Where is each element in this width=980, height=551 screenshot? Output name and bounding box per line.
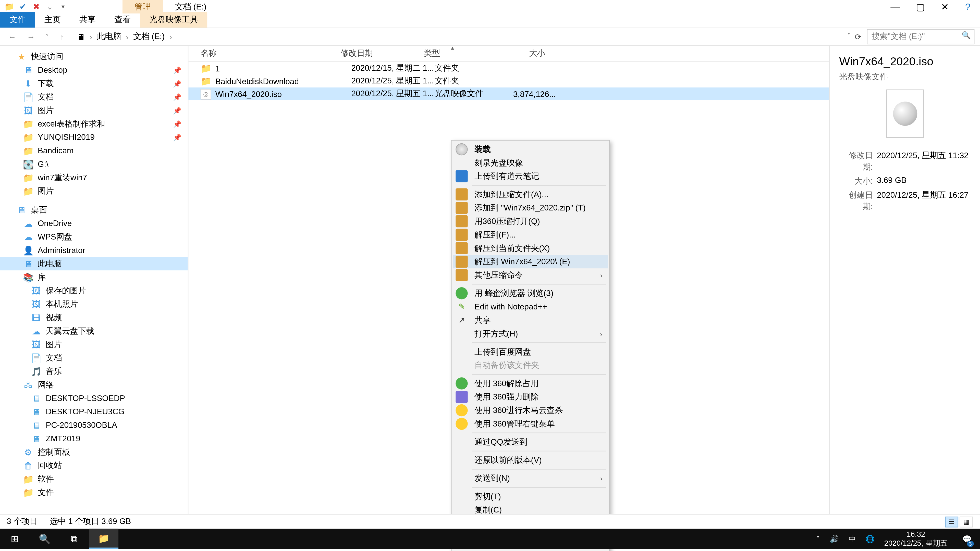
context-menu-item[interactable]: 添加到压缩文件(A)... — [453, 188, 608, 201]
sidebar-item[interactable]: 🖧网络 — [0, 378, 188, 392]
file-row[interactable]: 📁12020/12/15, 星期二 1...文件夹 — [188, 62, 829, 75]
context-menu-item[interactable]: 上传到有道云笔记 — [453, 170, 608, 183]
context-menu-item[interactable]: 添加到 "Win7x64_2020.zip" (T) — [453, 201, 608, 214]
view-icons-button[interactable]: ▦ — [959, 516, 973, 527]
sidebar-item[interactable]: 🖥DESKTOP-NJEU3CG — [0, 405, 188, 418]
tab-share[interactable]: 共享 — [70, 12, 105, 27]
sidebar-item[interactable]: ★快速访问 — [0, 50, 188, 63]
file-row[interactable]: 📁BaiduNetdiskDownload2020/12/25, 星期五 1..… — [188, 75, 829, 87]
file-row[interactable]: ◎Win7x64_2020.iso2020/12/25, 星期五 1...光盘映… — [188, 87, 829, 100]
sidebar-item[interactable]: ⚙控制面板 — [0, 445, 188, 459]
breadcrumb-dropdown-icon[interactable]: ˅ — [847, 32, 851, 41]
breadcrumb[interactable]: 🖥 › 此电脑 › 文档 (E:) › — [72, 29, 842, 44]
context-menu-item[interactable]: 还原以前的版本(V) — [453, 453, 608, 467]
sidebar-item[interactable]: 💽G:\ — [0, 157, 188, 171]
tab-file[interactable]: 文件 — [0, 12, 35, 27]
sidebar-item[interactable]: ☁OneDrive — [0, 217, 188, 230]
volume-icon[interactable]: 🔊 — [830, 534, 839, 543]
context-menu-item[interactable]: 使用 360解除占用 — [453, 377, 608, 390]
qat-overflow-icon[interactable]: ⌄ — [43, 0, 57, 14]
sidebar-item[interactable]: 📄文档📌 — [0, 90, 188, 103]
action-center-icon[interactable]: 💬3 — [957, 529, 977, 549]
context-menu-item[interactable]: 解压到(F)... — [453, 228, 608, 241]
sidebar-item[interactable]: 🖥桌面 — [0, 203, 188, 217]
minimize-button[interactable]: — — [891, 1, 900, 12]
nav-recent-icon[interactable]: ˅ — [43, 33, 52, 40]
qat-close-icon[interactable]: ✖ — [30, 0, 43, 14]
sidebar-item[interactable]: 🎵音乐 — [0, 365, 188, 378]
sidebar-item[interactable]: 📁excel表格制作求和📌 — [0, 117, 188, 130]
sidebar-item[interactable]: 🖼图片 — [0, 338, 188, 351]
nav-forward-icon[interactable]: → — [24, 32, 38, 41]
context-menu-item[interactable]: ↗共享 — [453, 313, 608, 327]
qat-dropdown-icon[interactable]: ▾ — [57, 0, 70, 14]
close-button[interactable]: ✕ — [941, 1, 949, 12]
context-menu-item[interactable]: 用 蜂蜜浏览器 浏览(3) — [453, 286, 608, 300]
context-menu-item[interactable]: ✎Edit with Notepad++ — [453, 300, 608, 313]
search-input[interactable]: 搜索"文档 (E:)" — [867, 29, 974, 44]
nav-up-icon[interactable]: ↑ — [57, 32, 67, 41]
sidebar-item[interactable]: 📄文档 — [0, 351, 188, 365]
context-menu-item[interactable]: 使用 360管理右键菜单 — [453, 417, 608, 430]
search-button[interactable]: 🔍 — [30, 529, 59, 549]
sidebar-item[interactable]: 🗑回收站 — [0, 459, 188, 472]
sidebar-item[interactable]: 📁文件 — [0, 486, 188, 499]
col-type[interactable]: 类型 — [424, 48, 491, 59]
nav-back-icon[interactable]: ← — [5, 32, 19, 41]
network-icon[interactable]: 🌐 — [865, 534, 875, 543]
sidebar-item[interactable]: 🖥Desktop📌 — [0, 63, 188, 77]
refresh-icon[interactable]: ⟳ — [855, 32, 861, 41]
context-menu-item[interactable]: 通过QQ发送到 — [453, 435, 608, 449]
breadcrumb-part[interactable]: 文档 (E:) — [133, 31, 165, 42]
context-menu-item[interactable]: 解压到 Win7x64_2020\ (E) — [453, 255, 608, 268]
context-menu-item[interactable]: 刻录光盘映像 — [453, 156, 608, 170]
context-menu-item[interactable]: 发送到(N)› — [453, 472, 608, 485]
taskbar-clock[interactable]: 16:32 2020/12/25, 星期五 — [884, 530, 948, 548]
sidebar-item[interactable]: 🖥DESKTOP-LSSOEDP — [0, 392, 188, 405]
sidebar-item[interactable]: 🖼本机照片 — [0, 297, 188, 311]
context-menu-item[interactable]: 装载 — [453, 143, 608, 156]
tab-view[interactable]: 查看 — [105, 12, 140, 27]
sidebar-item[interactable]: 📚库 — [0, 270, 188, 284]
context-menu-item[interactable]: 上传到百度网盘 — [453, 345, 608, 359]
system-tray[interactable]: ˄ 🔊 中 🌐 16:32 2020/12/25, 星期五 💬3 — [816, 529, 980, 549]
sidebar-item[interactable]: 📁软件 — [0, 472, 188, 486]
context-menu-item[interactable]: 解压到当前文件夹(X) — [453, 241, 608, 255]
maximize-button[interactable]: ▢ — [916, 1, 924, 12]
start-button[interactable]: ⊞ — [0, 529, 30, 549]
sidebar-item[interactable]: 🖼图片📌 — [0, 103, 188, 117]
help-button[interactable]: ? — [965, 1, 970, 12]
tab-home[interactable]: 主页 — [35, 12, 70, 27]
sidebar-item[interactable]: 🖥PC-20190530OBLA — [0, 418, 188, 432]
sidebar-item[interactable]: 🖼保存的图片 — [0, 284, 188, 297]
sidebar-item[interactable]: 📁Bandicam — [0, 144, 188, 157]
context-menu-item[interactable]: 用360压缩打开(Q) — [453, 214, 608, 228]
taskbar-explorer[interactable]: 📁 — [89, 529, 118, 549]
sidebar-item[interactable]: 📁图片 — [0, 184, 188, 198]
col-name[interactable]: 名称 — [200, 48, 340, 59]
column-headers[interactable]: 名称 ▴ 修改日期 类型 大小 — [188, 46, 829, 62]
context-menu-item[interactable]: 剪切(T) — [453, 490, 608, 503]
tray-overflow-icon[interactable]: ˄ — [816, 534, 820, 543]
task-view-button[interactable]: ⧉ — [59, 529, 89, 549]
col-date[interactable]: 修改日期 — [340, 48, 424, 59]
sidebar-item[interactable]: 🖥ZMT2019 — [0, 432, 188, 445]
sidebar-item[interactable]: ☁天翼云盘下载 — [0, 324, 188, 338]
sidebar-item[interactable]: ⬇下载📌 — [0, 77, 188, 90]
tab-disc-tools[interactable]: 光盘映像工具 — [140, 12, 207, 27]
ime-indicator[interactable]: 中 — [849, 534, 856, 544]
col-size[interactable]: 大小 — [491, 48, 545, 59]
sidebar-item[interactable]: 📁win7重装win7 — [0, 171, 188, 184]
sidebar-item[interactable]: 🎞视频 — [0, 311, 188, 324]
context-menu-item[interactable]: 打开方式(H)› — [453, 327, 608, 341]
qat-save-icon[interactable]: ✔ — [16, 0, 30, 14]
breadcrumb-part[interactable]: 此电脑 — [97, 31, 121, 42]
context-menu-item[interactable]: 使用 360强力删除 — [453, 390, 608, 403]
sidebar-item[interactable]: 📁YUNQISHI2019📌 — [0, 130, 188, 144]
sidebar-item[interactable]: ☁WPS网盘 — [0, 230, 188, 244]
sidebar-item[interactable]: 🖥此电脑 — [0, 257, 188, 270]
context-menu-item[interactable]: 使用 360进行木马云查杀 — [453, 403, 608, 417]
context-menu-item[interactable]: 其他压缩命令› — [453, 268, 608, 282]
sidebar-item[interactable]: 👤Administrator — [0, 244, 188, 257]
view-details-button[interactable]: ☰ — [945, 516, 958, 527]
